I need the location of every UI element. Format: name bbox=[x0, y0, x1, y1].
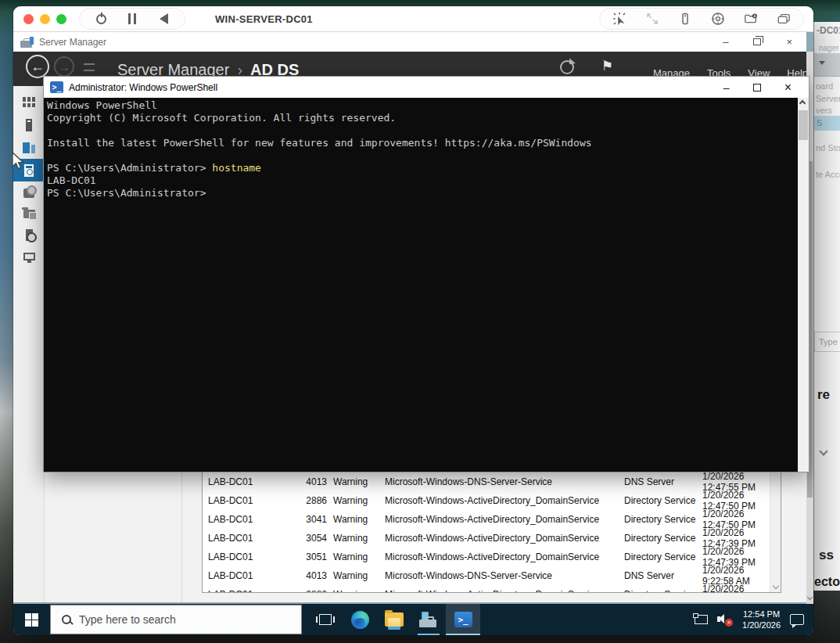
console-prompt: PS C:\Users\Administrator> bbox=[47, 162, 212, 174]
usb-devices-button[interactable] bbox=[678, 12, 692, 26]
clock-time: 12:54 PM bbox=[742, 609, 781, 620]
powershell-taskbar-button[interactable]: >_ bbox=[446, 604, 480, 635]
event-row[interactable]: LAB-DC012886WarningMicrosoft-Windows-Act… bbox=[203, 490, 766, 508]
background-servermanager-title: nager bbox=[819, 44, 839, 52]
close-button[interactable]: × bbox=[784, 81, 792, 94]
scrollbar-thumb[interactable] bbox=[799, 110, 808, 140]
event-row[interactable]: LAB-DC014013WarningMicrosoft-Windows-DNS… bbox=[203, 565, 766, 584]
background-sidebar-selected: S bbox=[814, 116, 840, 131]
sidebar-item-local-server[interactable] bbox=[13, 113, 45, 136]
scroll-down-icon bbox=[807, 595, 813, 600]
clock-date: 1/20/2026 bbox=[742, 620, 781, 630]
restart-button[interactable] bbox=[156, 12, 171, 26]
event-row[interactable]: LAB-DC012886WarningMicrosoft-Windows-Act… bbox=[203, 584, 766, 593]
windows-taskbar: Type here to search >_ × bbox=[13, 604, 813, 635]
background-vm-window[interactable]: -DC01 nager oard Server vers S nd Storag… bbox=[813, 22, 840, 591]
background-sidebar-local-server: Server bbox=[816, 94, 840, 103]
mac-close-button[interactable] bbox=[23, 14, 34, 24]
taskbar-buttons: >_ bbox=[308, 604, 480, 635]
minimize-button[interactable]: – bbox=[723, 37, 728, 47]
server-clock-icon bbox=[26, 229, 33, 241]
capture-cursor-button[interactable] bbox=[612, 12, 626, 26]
notifications-flag-icon[interactable]: ⚑ bbox=[601, 58, 613, 74]
dns-icon bbox=[23, 189, 34, 198]
background-toolbar bbox=[814, 53, 840, 77]
volume-muted-icon[interactable]: × bbox=[717, 613, 733, 626]
event-row[interactable]: LAB-DC013041WarningMicrosoft-Windows-Act… bbox=[203, 508, 766, 527]
server-manager-app-icon bbox=[20, 37, 34, 48]
shared-folder-button[interactable] bbox=[744, 12, 758, 26]
event-row[interactable]: LAB-DC013054WarningMicrosoft-Windows-Act… bbox=[203, 527, 766, 546]
event-row[interactable]: LAB-DC013051WarningMicrosoft-Windows-Act… bbox=[203, 546, 766, 565]
power-button[interactable] bbox=[94, 12, 108, 26]
network-icon[interactable] bbox=[695, 615, 708, 624]
back-button[interactable]: ← bbox=[26, 55, 49, 78]
background-search-box: Type he bbox=[814, 332, 840, 352]
powershell-window: >_ Administrator: Windows PowerShell – ×… bbox=[43, 76, 809, 472]
action-center-icon[interactable] bbox=[790, 614, 804, 625]
event-row[interactable]: LAB-DC014013WarningMicrosoft-Windows-DNS… bbox=[203, 471, 766, 490]
background-sidebar-remote-access: te Access bbox=[816, 170, 840, 179]
console-line: Windows PowerShell bbox=[47, 99, 157, 111]
sidebar-item-dashboard[interactable] bbox=[13, 91, 45, 113]
vm-window: WIN-SERVER-DC01 bbox=[13, 6, 813, 635]
taskbar-search[interactable]: Type here to search bbox=[50, 605, 302, 634]
edge-button[interactable] bbox=[343, 604, 377, 635]
resize-icon bbox=[645, 12, 659, 26]
maximize-button[interactable] bbox=[753, 84, 761, 92]
console-line: Copyright (C) Microsoft Corporation. All… bbox=[47, 112, 396, 124]
displays-button[interactable] bbox=[777, 12, 791, 26]
resize-window-button[interactable] bbox=[645, 12, 659, 26]
server-manager-titlebar: Server Manager – × bbox=[13, 32, 806, 52]
mouse-cursor bbox=[10, 152, 26, 171]
shared-folder-icon bbox=[744, 12, 758, 26]
start-button[interactable] bbox=[13, 604, 50, 635]
sidebar-item-dns[interactable] bbox=[13, 181, 45, 204]
sidebar-item-file-storage-services[interactable] bbox=[13, 203, 45, 225]
server-manager-title: Server Manager bbox=[39, 37, 106, 48]
powershell-icon: >_ bbox=[454, 612, 472, 627]
powershell-app-icon: >_ bbox=[50, 81, 63, 93]
monitor-server-icon bbox=[23, 253, 35, 260]
sidebar-item-role-services[interactable] bbox=[13, 224, 45, 246]
refresh-button[interactable] bbox=[560, 60, 574, 74]
mac-minimize-button[interactable] bbox=[40, 14, 50, 24]
powershell-console[interactable]: Windows PowerShell Copyright (C) Microso… bbox=[44, 98, 809, 472]
edge-icon bbox=[351, 611, 369, 629]
disc-drive-button[interactable] bbox=[711, 12, 725, 26]
vm-screen: Server Manager – × ← → Server Manager›AD… bbox=[13, 32, 813, 635]
powershell-titlebar[interactable]: >_ Administrator: Windows PowerShell – × bbox=[44, 77, 809, 98]
scope-icon bbox=[84, 63, 95, 71]
restore-button[interactable] bbox=[753, 38, 761, 45]
running-indicator bbox=[418, 634, 440, 635]
events-scrollbar[interactable] bbox=[770, 470, 781, 592]
search-placeholder: Type here to search bbox=[79, 613, 176, 626]
file-explorer-button[interactable] bbox=[377, 604, 411, 635]
mute-badge: × bbox=[725, 619, 733, 627]
powershell-scrollbar[interactable] bbox=[798, 98, 809, 472]
task-view-icon bbox=[319, 614, 332, 625]
close-button[interactable]: × bbox=[786, 37, 792, 47]
file-storage-icon bbox=[23, 210, 35, 218]
vm-toolbar-actions bbox=[599, 8, 804, 30]
console-command: hostname bbox=[212, 162, 261, 174]
minimize-button[interactable]: – bbox=[723, 82, 730, 93]
forward-button[interactable]: → bbox=[54, 56, 74, 77]
task-view-button[interactable] bbox=[308, 604, 343, 635]
traffic-lights bbox=[23, 14, 66, 24]
console-line: Install the latest PowerShell for new fe… bbox=[47, 137, 592, 149]
search-icon bbox=[62, 615, 71, 624]
system-tray: × 12:54 PM 1/20/2026 bbox=[695, 604, 813, 635]
pause-button[interactable] bbox=[125, 12, 139, 26]
sidebar-item-remote-desktop[interactable] bbox=[13, 245, 45, 268]
mac-zoom-button[interactable] bbox=[56, 14, 66, 24]
mac-toolbar: WIN-SERVER-DC01 bbox=[13, 6, 813, 32]
local-server-icon bbox=[26, 119, 32, 131]
windows-logo-icon bbox=[25, 613, 38, 627]
capture-cursor-icon bbox=[612, 12, 626, 26]
taskbar-clock[interactable]: 12:54 PM 1/20/2026 bbox=[742, 609, 781, 630]
powershell-title: Administrator: Windows PowerShell bbox=[69, 82, 217, 93]
server-manager-taskbar-button[interactable] bbox=[411, 604, 446, 635]
scroll-down-icon bbox=[773, 583, 779, 589]
active-indicator bbox=[446, 634, 480, 635]
